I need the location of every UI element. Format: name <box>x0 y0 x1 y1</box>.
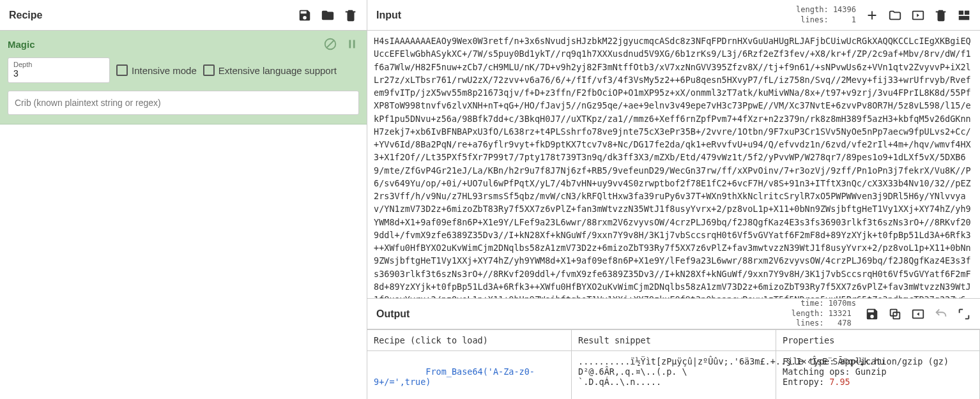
entropy-value: 7.95 <box>829 377 850 387</box>
operation-header: Magic <box>8 37 359 51</box>
add-input-tab-icon[interactable] <box>865 8 879 22</box>
filetype-line: File type: application/gzip (gz) <box>783 356 949 366</box>
table-header-row: Recipe (click to load) Result snippet Pr… <box>367 330 980 351</box>
snippet-cell: ..........ï½Ÿìt[zPµÿçû|zºÛûv;.'6ä3m£.+..… <box>572 351 776 399</box>
checkbox-box-icon <box>116 64 128 76</box>
properties-cell: File type: application/gzip (gz) Matchin… <box>776 351 980 399</box>
reset-layout-icon[interactable] <box>957 8 971 22</box>
input-meta: length: 14396 lines: 1 <box>796 5 856 25</box>
save-output-icon[interactable] <box>865 307 879 321</box>
col-recipe-header: Recipe (click to load) <box>367 330 572 351</box>
pause-op-icon[interactable] <box>345 37 359 51</box>
input-section: Input length: 14396 lines: 1 <box>367 0 980 299</box>
open-file-input-icon[interactable] <box>911 8 925 22</box>
checkbox-box-icon <box>203 64 215 76</box>
intensive-mode-label: Intensive mode <box>132 65 197 76</box>
output-title: Output <box>376 308 410 320</box>
col-snippet-header: Result snippet <box>572 330 776 351</box>
recipe-link[interactable]: From_Base64('A-Za-z0-9+/=',true) <box>374 366 535 387</box>
output-section: Output time: 1070ms length: 13321 lines:… <box>367 299 980 399</box>
move-output-to-input-icon[interactable] <box>911 307 925 321</box>
svg-line-1 <box>327 41 334 48</box>
recipe-actions <box>298 8 358 22</box>
load-recipe-icon[interactable] <box>321 8 335 22</box>
output-header: Output time: 1070ms length: 13321 lines:… <box>367 299 980 329</box>
save-recipe-icon[interactable] <box>298 8 312 22</box>
input-title: Input <box>376 10 401 21</box>
svg-rect-7 <box>959 16 970 20</box>
depth-label: Depth <box>13 61 104 68</box>
clear-recipe-icon[interactable] <box>344 8 358 22</box>
output-table: Recipe (click to load) Result snippet Pr… <box>367 329 980 399</box>
operation-magic: Magic Depth 3 Intensive mode Exte <box>0 31 367 124</box>
svg-rect-6 <box>965 10 969 14</box>
open-folder-icon[interactable] <box>888 8 902 22</box>
output-meta: time: 1070ms length: 13321 lines: 478 <box>792 299 856 329</box>
extensive-lang-checkbox[interactable]: Extensive language support <box>203 64 337 76</box>
disable-op-icon[interactable] <box>323 37 337 51</box>
svg-rect-5 <box>959 10 963 14</box>
svg-rect-2 <box>349 40 351 49</box>
recipe-pane: Recipe Magic <box>0 0 367 399</box>
depth-input[interactable]: Depth 3 <box>8 57 110 83</box>
crib-input[interactable]: Crib (known plaintext string or regex) <box>8 91 359 115</box>
recipe-header: Recipe <box>0 0 367 31</box>
operation-name: Magic <box>8 39 35 50</box>
right-pane: Input length: 14396 lines: 1 <box>367 0 980 399</box>
svg-rect-3 <box>353 40 355 49</box>
table-row: From_Base64('A-Za-z0-9+/=',true) .......… <box>367 351 980 399</box>
matching-line: Matching ops: Gunzip <box>783 366 887 377</box>
copy-output-icon[interactable] <box>888 307 902 321</box>
extensive-lang-label: Extensive language support <box>218 65 337 76</box>
clear-input-icon[interactable] <box>934 8 948 22</box>
col-properties-header: Properties <box>776 330 980 351</box>
recipe-cell: From_Base64('A-Za-z0-9+/=',true) <box>367 351 572 399</box>
recipe-title: Recipe <box>9 10 42 21</box>
depth-value: 3 <box>13 68 104 79</box>
entropy-label: Entropy: <box>783 377 829 387</box>
undo-icon[interactable] <box>934 307 948 321</box>
maximize-output-icon[interactable] <box>957 307 971 321</box>
input-textarea[interactable]: H4sIAAAAAAAEAOy9Wex0W3retf/n+3x6sNvudjsH… <box>367 31 980 299</box>
intensive-mode-checkbox[interactable]: Intensive mode <box>116 64 197 76</box>
input-header: Input length: 14396 lines: 1 <box>367 0 980 31</box>
